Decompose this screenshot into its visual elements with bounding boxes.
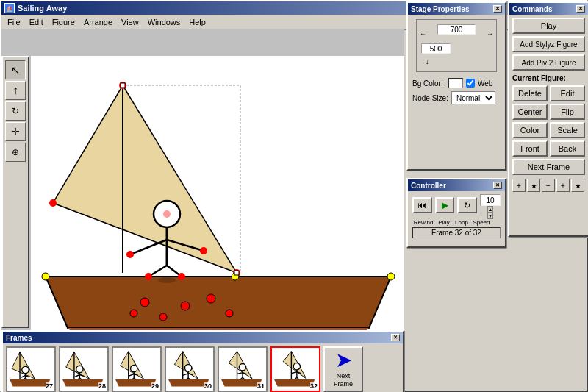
commands-close[interactable]: ✕: [576, 5, 585, 13]
svg-point-27: [226, 310, 233, 317]
frame-28[interactable]: 28: [59, 346, 109, 392]
frame-30-number: 30: [204, 382, 212, 390]
next-frame-button[interactable]: ➤ NextFrame: [323, 346, 363, 392]
arrow-left: ←: [420, 30, 426, 38]
footer-add2-button[interactable]: +: [556, 179, 570, 192]
svg-point-24: [181, 302, 190, 310]
flip-button[interactable]: Flip: [550, 104, 585, 120]
frames-close[interactable]: ✕: [391, 334, 400, 341]
back-button[interactable]: Back: [550, 140, 585, 157]
add-piv-button[interactable]: Add Piv 2 Figure: [512, 54, 585, 71]
menu-windows[interactable]: Windows: [143, 16, 185, 28]
center-button[interactable]: Center: [512, 104, 548, 120]
rewind-button[interactable]: ⏮: [412, 197, 432, 213]
ctrl-labels: Rewind Play Loop Speed: [412, 219, 501, 226]
svg-point-25: [207, 294, 215, 303]
frame-28-number: 28: [98, 382, 106, 390]
stage-width-input[interactable]: [437, 24, 476, 35]
stage-properties-panel: Stage Properties ✕ ← → ↓ Bg Color: Web: [406, 1, 506, 171]
svg-point-18: [145, 273, 152, 280]
center-flip-row: Center Flip: [512, 104, 585, 120]
stage-properties-titlebar: Stage Properties ✕: [408, 3, 505, 15]
svg-marker-46: [62, 379, 103, 386]
frame-31[interactable]: 31: [218, 346, 268, 392]
frame-27[interactable]: 27: [6, 346, 56, 392]
ctrl-buttons: ⏮ ▶ ↻ ▲ ▼: [412, 194, 501, 216]
bg-color-label: Bg Color:: [412, 79, 445, 88]
svg-point-11: [158, 277, 176, 283]
next-frame-label: NextFrame: [334, 372, 353, 388]
svg-marker-76: [221, 379, 262, 386]
svg-point-17: [200, 247, 207, 254]
node-size-select[interactable]: Small Normal Large: [451, 91, 495, 104]
tool-pointer[interactable]: ↑: [5, 81, 26, 100]
main-window: ⛵ Sailing Away _ □ ✕ File Edit Figure Ar…: [0, 0, 588, 392]
loop-button[interactable]: ↻: [457, 197, 477, 213]
edit-button[interactable]: Edit: [550, 85, 585, 101]
svg-marker-36: [10, 379, 50, 386]
frame-29[interactable]: 29: [112, 346, 162, 392]
svg-point-77: [239, 364, 245, 371]
footer-add-button[interactable]: +: [512, 179, 526, 192]
svg-point-26: [159, 313, 167, 321]
drawing-canvas: [31, 56, 404, 356]
color-button[interactable]: Color: [512, 122, 548, 138]
svg-marker-3: [46, 277, 391, 328]
svg-point-37: [22, 366, 29, 373]
bg-color-row: Bg Color: Web: [412, 78, 501, 88]
tool-move[interactable]: ✛: [5, 122, 26, 141]
window-title: Sailing Away: [18, 4, 67, 13]
menu-arrange[interactable]: Arrange: [79, 16, 117, 28]
add-stylyz-button[interactable]: Add Stylyz Figure: [512, 36, 585, 52]
footer-star2-button[interactable]: ★: [571, 179, 584, 192]
play-button[interactable]: Play: [512, 18, 585, 34]
svg-marker-56: [115, 379, 156, 386]
svg-point-22: [387, 273, 395, 280]
controller-body: ⏮ ▶ ↻ ▲ ▼ Rewind Play Loop Speed Frame 3…: [408, 191, 505, 241]
footer-minus-button[interactable]: −: [542, 179, 555, 192]
web-checkbox[interactable]: [466, 79, 475, 88]
delete-button[interactable]: Delete: [512, 85, 548, 101]
next-frame-cmd-button[interactable]: Next Frame: [512, 159, 585, 175]
frame-info: Frame 32 of 32: [412, 227, 501, 238]
toolbar: ↖ ↑ ↻ ✛ ⊕: [1, 56, 29, 328]
svg-point-16: [126, 251, 134, 258]
menu-edit[interactable]: Edit: [25, 16, 48, 28]
svg-rect-32: [234, 271, 239, 275]
frame-30[interactable]: 30: [165, 346, 215, 392]
stage-properties-close[interactable]: ✕: [493, 5, 502, 13]
menu-help[interactable]: Help: [184, 16, 210, 28]
speed-control: ▲ ▼: [480, 194, 501, 216]
scale-button[interactable]: Scale: [550, 122, 585, 138]
stage-height-input[interactable]: [421, 43, 451, 54]
menu-view[interactable]: View: [117, 16, 143, 28]
tool-target[interactable]: ⊕: [5, 143, 26, 162]
menu-figure[interactable]: Figure: [48, 16, 79, 28]
frames-panel: Frames ✕ 27: [1, 330, 404, 392]
play-label: Play: [436, 219, 452, 226]
speed-input[interactable]: [480, 194, 501, 206]
tool-rotate[interactable]: ↻: [5, 101, 26, 121]
tool-arrow[interactable]: ↖: [5, 60, 26, 79]
controller-close[interactable]: ✕: [493, 182, 502, 189]
front-back-row: Front Back: [512, 140, 585, 157]
frames-titlebar: Frames ✕: [3, 332, 403, 343]
bg-color-box[interactable]: [448, 78, 463, 88]
frames-body: 27 28: [3, 343, 403, 392]
svg-point-19: [178, 273, 185, 280]
arrow-right: →: [487, 30, 493, 38]
svg-marker-66: [168, 379, 209, 386]
speed-down[interactable]: ▼: [487, 213, 494, 219]
play-ctrl-button[interactable]: ▶: [435, 197, 455, 213]
commands-titlebar: Commands ✕: [509, 3, 588, 15]
svg-point-57: [131, 365, 137, 371]
menu-file[interactable]: File: [3, 16, 25, 28]
commands-footer: + ★ − + ★: [512, 179, 585, 192]
controller-titlebar: Controller ✕: [408, 179, 505, 191]
title-section: ⛵ Sailing Away: [4, 3, 67, 13]
front-button[interactable]: Front: [512, 140, 548, 157]
footer-star-button[interactable]: ★: [527, 179, 540, 192]
svg-marker-86: [274, 379, 315, 386]
speed-up[interactable]: ▲: [487, 206, 494, 213]
frame-32[interactable]: 32: [270, 346, 320, 392]
